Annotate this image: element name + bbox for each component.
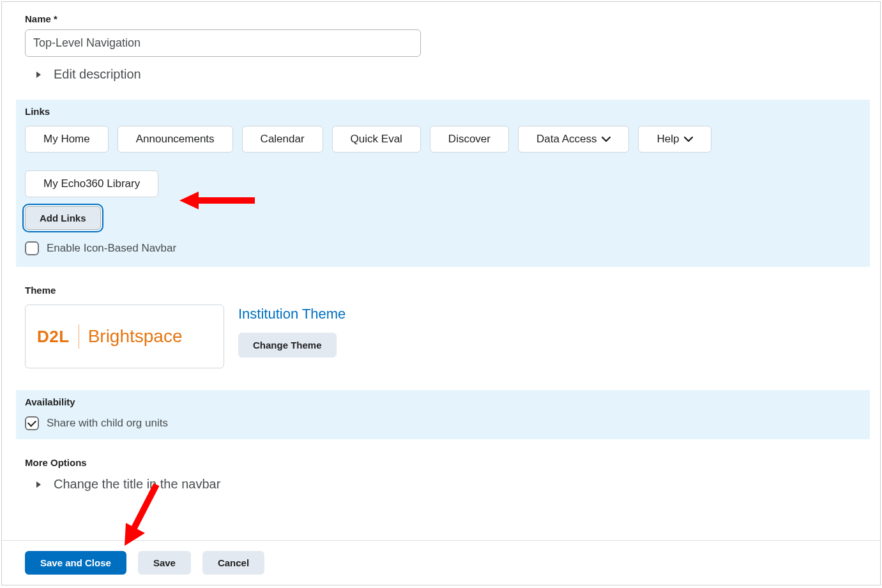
name-input[interactable] [25,29,421,57]
link-chip[interactable]: Calendar [242,126,323,153]
link-chip-label: Quick Eval [351,133,402,146]
theme-heading: Theme [25,285,861,296]
link-chip[interactable]: My Echo360 Library [25,170,158,197]
save-button[interactable]: Save [138,551,191,575]
link-chip[interactable]: Announcements [118,126,233,153]
link-chip-label: Discover [448,133,490,146]
link-chip[interactable]: Help [638,126,711,153]
add-links-button[interactable]: Add Links [25,206,101,230]
link-chip[interactable]: Data Access [518,126,630,153]
edit-description-toggle[interactable]: Edit description [36,67,861,82]
edit-description-label: Edit description [54,67,141,82]
change-title-toggle[interactable]: Change the title in the navbar [36,477,861,492]
chevron-right-icon [36,72,41,78]
link-chip-label: Data Access [536,133,597,146]
share-child-org-units-checkbox[interactable] [25,416,39,430]
chevron-down-icon [602,137,611,142]
cancel-button[interactable]: Cancel [202,551,264,575]
link-chip-label: My Home [43,133,90,146]
brightspace-logo-text: Brightspace [88,326,183,347]
links-heading: Links [25,106,861,117]
enable-icon-navbar-checkbox[interactable] [25,241,39,255]
action-button-bar: Save and Close Save Cancel [2,540,880,585]
more-options-heading: More Options [25,457,861,468]
chevron-down-icon [684,137,693,142]
save-and-close-button[interactable]: Save and Close [25,551,126,575]
institution-theme-link[interactable]: Institution Theme [238,306,346,322]
links-section: Links My HomeAnnouncementsCalendarQuick … [16,100,870,267]
link-chip-label: Help [657,133,679,146]
link-chip[interactable]: My Home [25,126,109,153]
link-chip-label: My Echo360 Library [43,177,140,190]
theme-preview-card: D2L Brightspace [25,305,224,368]
theme-section: Theme D2L Brightspace Institution Theme … [25,267,861,368]
availability-section: Availability Share with child org units [16,390,870,439]
logo-divider [79,324,79,349]
enable-icon-navbar-label: Enable Icon-Based Navbar [47,242,176,255]
link-chip-label: Announcements [136,133,215,146]
change-theme-button[interactable]: Change Theme [238,333,337,358]
link-chip[interactable]: Quick Eval [332,126,421,153]
chevron-right-icon [36,481,41,488]
link-chip[interactable]: Discover [430,126,509,153]
name-field-label: Name * [25,13,861,24]
link-chip-label: Calendar [261,133,305,146]
availability-heading: Availability [25,396,861,407]
share-child-org-units-label: Share with child org units [47,417,168,430]
more-options-section: More Options Change the title in the nav… [25,439,861,492]
d2l-logo-text: D2L [37,327,70,347]
change-title-label: Change the title in the navbar [54,477,220,492]
